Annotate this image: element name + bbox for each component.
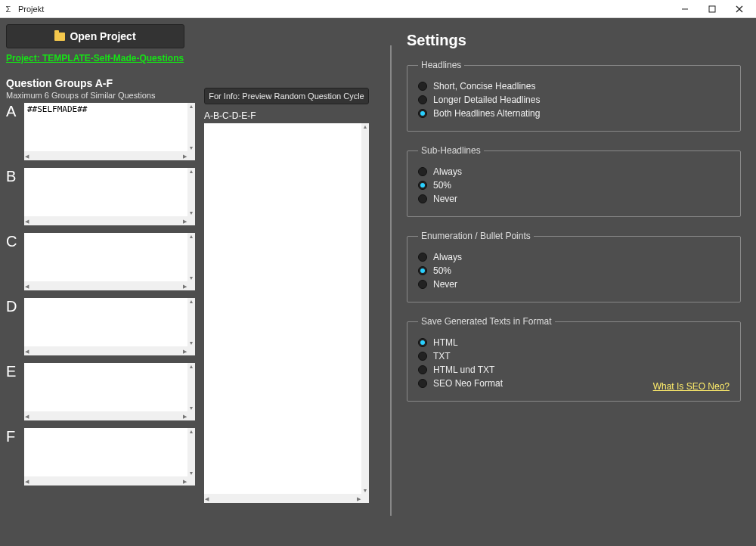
format-label-3: SEO Neo Format <box>433 378 503 389</box>
headline-option-2[interactable]: Both Headlines Alternating <box>418 108 730 119</box>
scrollbar-vertical[interactable]: ▲▼ <box>187 363 195 411</box>
maximize-button[interactable] <box>699 1 726 17</box>
scrollbar-vertical[interactable]: ▲▼ <box>361 123 369 494</box>
open-project-label: Open Project <box>70 30 135 42</box>
enumeration-label-0: Always <box>433 252 462 262</box>
scrollbar-vertical[interactable]: ▲▼ <box>187 168 195 216</box>
headline-option-0[interactable]: Short, Concise Headlines <box>418 81 730 92</box>
subheadline-radio-1[interactable] <box>418 181 427 190</box>
headline-option-1[interactable]: Longer Detailed Headlines <box>418 95 730 105</box>
subheadline-option-1[interactable]: 50% <box>418 180 730 191</box>
headline-label-0: Short, Concise Headlines <box>433 81 535 92</box>
format-option-3[interactable]: SEO Neo Format <box>418 378 503 389</box>
group-textarea-C[interactable]: ▲▼◀▶ <box>24 233 195 290</box>
scrollbar-horizontal[interactable]: ◀▶ <box>204 494 361 503</box>
group-content-E <box>24 363 187 411</box>
subheadline-option-2[interactable]: Never <box>418 194 730 204</box>
format-option-2[interactable]: HTML und TXT <box>418 365 503 375</box>
group-textarea-B[interactable]: ▲▼◀▶ <box>24 168 195 225</box>
subheadline-option-0[interactable]: Always <box>418 166 730 177</box>
headline-label-2: Both Headlines Alternating <box>433 108 540 119</box>
enumeration-legend: Enumeration / Bullet Points <box>418 231 534 241</box>
scrollbar-horizontal[interactable]: ◀▶ <box>24 151 187 160</box>
titlebar: Σ Projekt <box>0 0 756 18</box>
enumeration-group: Enumeration / Bullet Points Always50%Nev… <box>407 231 741 302</box>
headlines-legend: Headlines <box>418 60 464 70</box>
subheadline-radio-2[interactable] <box>418 194 427 203</box>
format-group: Save Generated Texts in Format HTMLTXTHT… <box>407 316 741 402</box>
group-letter-E: E <box>6 363 24 380</box>
enumeration-option-0[interactable]: Always <box>418 252 730 262</box>
scrollbar-vertical[interactable]: ▲▼ <box>187 428 195 476</box>
svg-rect-1 <box>709 6 715 12</box>
group-content-D <box>24 298 187 346</box>
settings-title: Settings <box>407 32 741 49</box>
format-radio-3[interactable] <box>418 379 427 388</box>
format-option-0[interactable]: HTML <box>418 337 503 348</box>
scrollbar-vertical[interactable]: ▲▼ <box>187 233 195 281</box>
minimize-button[interactable] <box>671 1 699 17</box>
window-title: Projekt <box>18 5 671 14</box>
scrollbar-horizontal[interactable]: ◀▶ <box>24 476 187 486</box>
format-radio-0[interactable] <box>418 338 427 347</box>
group-letter-D: D <box>6 298 24 315</box>
group-letter-A: A <box>6 103 24 119</box>
group-textarea-E[interactable]: ▲▼◀▶ <box>24 363 195 420</box>
group-letter-F: F <box>6 428 24 445</box>
format-label-1: TXT <box>433 351 451 361</box>
preview-label: A-B-C-D-E-F <box>204 110 370 121</box>
scrollbar-horizontal[interactable]: ◀▶ <box>24 216 187 225</box>
headline-label-1: Longer Detailed Headlines <box>433 95 540 105</box>
headline-radio-0[interactable] <box>418 82 427 91</box>
enumeration-radio-0[interactable] <box>418 253 427 262</box>
enumeration-option-1[interactable]: 50% <box>418 265 730 276</box>
format-label-0: HTML <box>433 337 458 348</box>
project-path: Project: TEMPLATE-Self-Made-Questions <box>6 53 384 64</box>
close-button[interactable] <box>726 1 753 17</box>
enumeration-radio-2[interactable] <box>418 280 427 289</box>
group-content-A: ##SELFMADE## <box>24 103 187 151</box>
enumeration-label-1: 50% <box>433 265 451 276</box>
group-content-C <box>24 233 187 281</box>
scrollbar-horizontal[interactable]: ◀▶ <box>24 281 187 290</box>
seo-neo-link[interactable]: What Is SEO Neo? <box>653 381 730 392</box>
format-radio-1[interactable] <box>418 352 427 361</box>
format-radio-2[interactable] <box>418 365 427 374</box>
preview-content <box>204 123 361 494</box>
scrollbar-horizontal[interactable]: ◀▶ <box>24 411 187 420</box>
group-textarea-F[interactable]: ▲▼◀▶ <box>24 428 195 486</box>
enumeration-radio-1[interactable] <box>418 266 427 275</box>
subheadlines-group: Sub-Headlines Always50%Never <box>407 145 741 217</box>
group-textarea-D[interactable]: ▲▼◀▶ <box>24 298 195 355</box>
group-content-F <box>24 428 187 476</box>
format-option-1[interactable]: TXT <box>418 351 503 361</box>
scrollbar-vertical[interactable]: ▲▼ <box>187 298 195 346</box>
group-textarea-A[interactable]: ##SELFMADE##▲▼◀▶ <box>24 103 195 160</box>
subheadline-label-2: Never <box>433 194 457 204</box>
group-letter-C: C <box>6 233 24 250</box>
subheadline-label-1: 50% <box>433 180 451 191</box>
preview-button[interactable]: For Info: Preview Random Question Cycle <box>204 88 369 104</box>
format-label-2: HTML und TXT <box>433 365 494 375</box>
enumeration-label-2: Never <box>433 279 457 290</box>
subheadline-label-0: Always <box>433 166 462 177</box>
open-project-button[interactable]: Open Project <box>6 24 184 48</box>
headline-radio-1[interactable] <box>418 95 427 104</box>
subheadline-radio-0[interactable] <box>418 167 427 176</box>
scrollbar-horizontal[interactable]: ◀▶ <box>24 346 187 355</box>
preview-textarea[interactable]: ▲▼ ◀▶ <box>204 123 369 503</box>
scrollbar-vertical[interactable]: ▲▼ <box>187 103 195 151</box>
enumeration-option-2[interactable]: Never <box>418 279 730 290</box>
group-content-B <box>24 168 187 216</box>
group-letter-B: B <box>6 168 24 185</box>
headline-radio-2[interactable] <box>418 109 427 118</box>
subheadlines-legend: Sub-Headlines <box>418 145 484 156</box>
app-icon: Σ <box>3 4 14 14</box>
headlines-group: Headlines Short, Concise HeadlinesLonger… <box>407 60 741 132</box>
format-legend: Save Generated Texts in Format <box>418 316 555 327</box>
folder-icon <box>54 33 65 41</box>
